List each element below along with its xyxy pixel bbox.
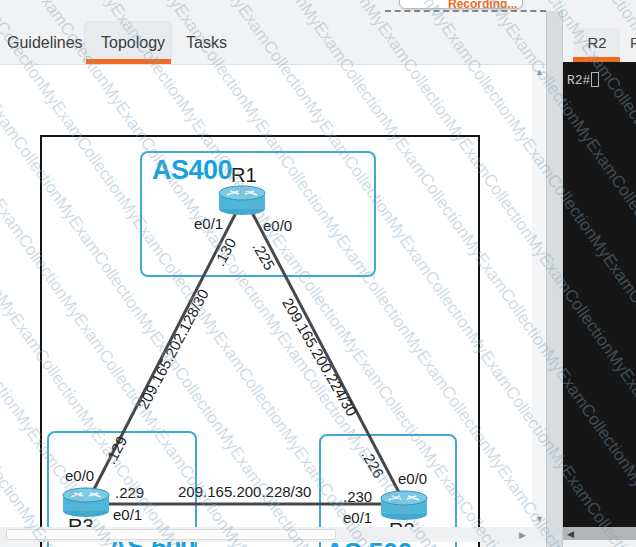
link3-ip-230: .230 bbox=[343, 488, 372, 505]
router-r3-icon[interactable] bbox=[62, 486, 110, 518]
vertical-scrollbar[interactable] bbox=[532, 65, 546, 527]
top-dialog: Recording... bbox=[399, 0, 523, 9]
r1-label: R1 bbox=[231, 164, 257, 187]
app-window: { "top_dialog": { "text": "Recording..."… bbox=[0, 0, 636, 547]
terminal-prompt: R2# bbox=[567, 73, 590, 88]
tab-guidelines[interactable]: Guidelines bbox=[7, 34, 83, 52]
dashed-separator bbox=[385, 10, 546, 12]
link3-subnet-label: 209.165.200.228/30 bbox=[178, 483, 311, 500]
pane-divider[interactable] bbox=[546, 11, 563, 547]
tab-tasks[interactable]: Tasks bbox=[186, 34, 227, 52]
scroll-up-icon[interactable]: ▲ bbox=[535, 67, 544, 77]
top-dialog-text: Recording... bbox=[448, 0, 517, 9]
scroll-down-icon[interactable]: ▼ bbox=[535, 514, 544, 524]
router-r1-icon[interactable] bbox=[218, 184, 266, 216]
scroll-right-icon[interactable]: ▶ bbox=[519, 530, 526, 540]
terminal-cursor bbox=[591, 72, 599, 87]
link3-ip-229: .229 bbox=[115, 484, 144, 501]
scrollbar-corner bbox=[532, 527, 546, 542]
r2-e00-interface-label: e0/0 bbox=[398, 470, 427, 487]
r1-e01-interface-label: e0/1 bbox=[194, 215, 223, 232]
r2-e01-interface-label: e0/1 bbox=[343, 509, 372, 526]
terminal-tab-next-partial[interactable]: R bbox=[630, 34, 636, 51]
terminal-console[interactable]: R2# bbox=[563, 62, 636, 527]
r3-e01-interface-label: e0/1 bbox=[113, 506, 142, 523]
horizontal-scrollbar-thumb[interactable] bbox=[6, 529, 336, 540]
as400-label: AS400 bbox=[152, 155, 232, 186]
router-r2-icon[interactable] bbox=[380, 489, 428, 521]
terminal-tab-r2[interactable]: R2 bbox=[574, 28, 620, 57]
topology-pane: AS400 R1 R3 AS 600 R2 AS 500 e0/1 e0/0 e… bbox=[0, 65, 546, 527]
r3-e00-interface-label: e0/0 bbox=[65, 467, 94, 484]
tab-topology[interactable]: Topology bbox=[101, 34, 165, 52]
r1-e00-interface-label: e0/0 bbox=[263, 217, 292, 234]
topology-diagram: AS400 R1 R3 AS 600 R2 AS 500 e0/1 e0/0 e… bbox=[40, 135, 480, 547]
terminal-scroll-left-icon[interactable]: ◀ bbox=[567, 529, 574, 539]
